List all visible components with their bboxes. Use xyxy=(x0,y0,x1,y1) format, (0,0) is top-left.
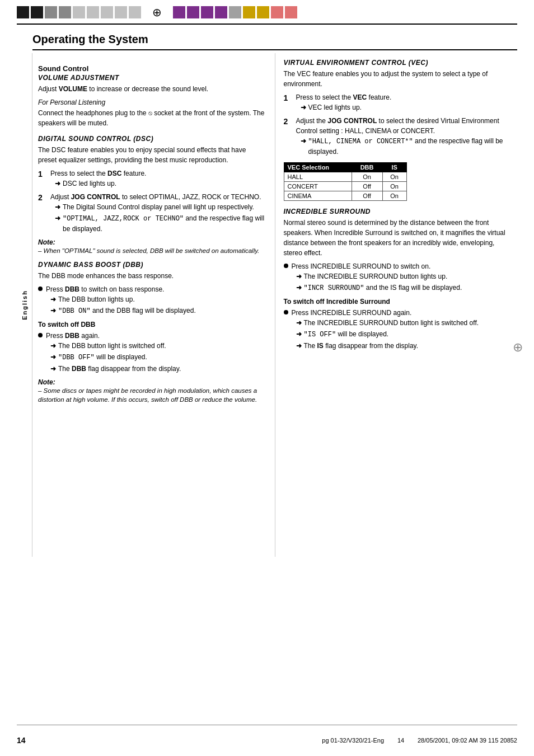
vec-step-1: 1 Press to select the VEC feature. ➜ VEC… xyxy=(284,92,512,114)
left-color-strip xyxy=(17,6,141,18)
color-block xyxy=(201,6,213,18)
color-block xyxy=(229,6,241,18)
sound-control-title: Sound Control xyxy=(38,64,266,73)
color-block xyxy=(285,6,297,18)
color-block xyxy=(129,6,141,18)
color-block xyxy=(73,6,85,18)
dbb-para: The DBB mode enhances the bass response. xyxy=(38,271,266,281)
color-block xyxy=(215,6,227,18)
dsc-step-1: 1 Press to select the DSC feature. ➜ DSC… xyxy=(38,168,266,190)
dsc-note-text: – When "OPTIMAL" sound is selected, DBB … xyxy=(38,246,266,255)
right-color-strip xyxy=(173,6,297,18)
step-content: Adjust the JOG CONTROL to select the des… xyxy=(296,116,512,158)
color-block xyxy=(271,6,283,18)
footer-page-number: 14 xyxy=(17,736,26,745)
dsc-para: The DSC feature enables you to enjoy spe… xyxy=(38,145,266,165)
dbb-off-arrow2: ➜ "DBB OFF" will be displayed. xyxy=(46,352,266,363)
table-header-dbb: DBB xyxy=(352,163,382,172)
vec-title: VIRTUAL ENVIRONMENT CONTROL (VEC) xyxy=(284,59,512,67)
color-block xyxy=(87,6,99,18)
bullet-dot xyxy=(284,310,288,314)
is-off-arrow3: ➜ The IS flag disappear from the display… xyxy=(292,341,512,351)
table-row: CINEMA Off On xyxy=(284,191,406,201)
is-off-bullet-content: Press INCREDIBLE SURROUND again. ➜ The I… xyxy=(292,308,512,352)
content-columns: Sound Control VOLUME ADJUSTMENT Adjust V… xyxy=(32,53,517,557)
dbb-off-bullet-1: Press DBB again. ➜ The DBB button light … xyxy=(38,331,266,375)
vec-row-cinema-dbb: Off xyxy=(352,191,382,201)
dbb-arrow2: ➜ "DBB ON" and the DBB flag will be disp… xyxy=(46,306,266,316)
is-off-list: Press INCREDIBLE SURROUND again. ➜ The I… xyxy=(284,308,512,352)
table-row: HALL On On xyxy=(284,172,406,182)
left-column: Sound Control VOLUME ADJUSTMENT Adjust V… xyxy=(32,53,275,557)
right-column: VIRTUAL ENVIRONMENT CONTROL (VEC) The VE… xyxy=(275,53,518,557)
step-content: Press to select the VEC feature. ➜ VEC l… xyxy=(296,92,512,114)
vec-row-cinema-is: On xyxy=(382,191,406,201)
dsc-steps: 1 Press to select the DSC feature. ➜ DSC… xyxy=(38,168,266,235)
color-block xyxy=(187,6,199,18)
is-arrow1: ➜ The INCREDIBLE SURROUND button lights … xyxy=(292,271,512,281)
step-content: Press to select the DSC feature. ➜ DSC l… xyxy=(50,168,266,190)
footer-date-info: 28/05/2001, 09:02 AM 39 115 20852 xyxy=(418,737,517,744)
dsc-step1-arrow: ➜ DSC led lights up. xyxy=(50,179,266,189)
dbb-bullet-content: Press DBB to switch on bass response. ➜ … xyxy=(46,284,266,317)
is-arrow2: ➜ "INCR SURROUND" and the IS flag will b… xyxy=(292,283,512,293)
color-block xyxy=(173,6,185,18)
table-header-vec-selection: VEC Selection xyxy=(284,163,352,172)
vec-step-2: 2 Adjust the JOG CONTROL to select the d… xyxy=(284,116,512,158)
step-content: Adjust JOG CONTROL to select OPTIMAL, JA… xyxy=(50,192,266,235)
step-number: 1 xyxy=(284,92,293,114)
color-block xyxy=(101,6,113,18)
vec-row-concert-dbb: Off xyxy=(352,182,382,191)
color-block xyxy=(257,6,269,18)
dbb-off-arrow1: ➜ The DBB button light is switched off. xyxy=(46,341,266,351)
is-off-arrow2: ➜ "IS OFF" will be displayed. xyxy=(292,329,512,340)
vec-row-concert-is: On xyxy=(382,182,406,191)
is-bullet-1: Press INCREDIBLE SURROUND to switch on. … xyxy=(284,261,512,294)
dbb-title: DYNAMIC BASS BOOST (DBB) xyxy=(38,261,266,269)
sidebar-language-label: English xyxy=(21,290,28,320)
vec-row-hall-dbb: On xyxy=(352,172,382,182)
dbb-list: Press DBB to switch on bass response. ➜ … xyxy=(38,284,266,317)
dsc-step-2: 2 Adjust JOG CONTROL to select OPTIMAL, … xyxy=(38,192,266,235)
page-footer: 14 pg 01-32/V320/21-Eng 14 28/05/2001, 0… xyxy=(17,736,517,745)
vec-para: The VEC feature enables you to adjust th… xyxy=(284,69,512,89)
footer-center-page: 14 xyxy=(384,737,418,744)
color-block xyxy=(17,6,29,18)
dbb-bullet-1: Press DBB to switch on bass response. ➜ … xyxy=(38,284,266,317)
volume-para: Adjust VOLUME to increase or decrease th… xyxy=(38,84,266,94)
vec-table: VEC Selection DBB IS HALL On On CONCERT … xyxy=(284,162,407,201)
right-margin-circle: ⊕ xyxy=(513,340,523,355)
dbb-arrow1: ➜ The DBB button lights up. xyxy=(46,294,266,304)
dbb-off-list: Press DBB again. ➜ The DBB button light … xyxy=(38,331,266,375)
bottom-border-line xyxy=(17,725,517,725)
page-title-area: Operating the System xyxy=(0,25,534,53)
dsc-note: Note: – When "OPTIMAL" sound is selected… xyxy=(38,238,266,255)
color-block xyxy=(115,6,127,18)
footer-file-info: pg 01-32/V320/21-Eng xyxy=(322,737,384,744)
vec-step2-arrow1: ➜ "HALL, CINEMA or CONCERT*" and the res… xyxy=(296,136,512,157)
top-decoration: ⊕ xyxy=(0,0,534,22)
dsc-step2-arrow2: ➜ "OPTIMAL, JAZZ,ROCK or TECHNO" and the… xyxy=(50,213,266,234)
dbb-note-text: – Some discs or tapes might be recorded … xyxy=(38,386,266,404)
incredible-surround-para: Normal stereo sound is determined by the… xyxy=(284,218,512,258)
table-row: CONCERT Off On xyxy=(284,182,406,191)
sidebar: English xyxy=(17,53,32,557)
color-block xyxy=(59,6,71,18)
is-off-bullet-1: Press INCREDIBLE SURROUND again. ➜ The I… xyxy=(284,308,512,352)
step-number: 1 xyxy=(38,168,47,190)
personal-listening-title: For Personal Listening xyxy=(38,98,266,106)
bullet-dot xyxy=(38,333,43,337)
vec-row-hall-is: On xyxy=(382,172,406,182)
vec-steps: 1 Press to select the VEC feature. ➜ VEC… xyxy=(284,92,512,158)
vec-row-hall-name: HALL xyxy=(284,172,352,182)
incredible-surround-title: INCREDIBLE SURROUND xyxy=(284,208,512,215)
dsc-step2-arrow1: ➜ The Digital Sound Control display pane… xyxy=(50,202,266,212)
step-number: 2 xyxy=(284,116,293,158)
dbb-off-arrow3: ➜ The DBB flag disappear from the displa… xyxy=(46,364,266,374)
color-block xyxy=(31,6,43,18)
is-list: Press INCREDIBLE SURROUND to switch on. … xyxy=(284,261,512,294)
is-off-arrow1: ➜ The INCREDIBLE SURROUND button light i… xyxy=(292,318,512,328)
personal-listening-para: Connect the headphones plug to the ⍉ soc… xyxy=(38,108,266,128)
dbb-note: Note: – Some discs or tapes might be rec… xyxy=(38,378,266,404)
vec-step1-arrow: ➜ VEC led lights up. xyxy=(296,102,512,112)
